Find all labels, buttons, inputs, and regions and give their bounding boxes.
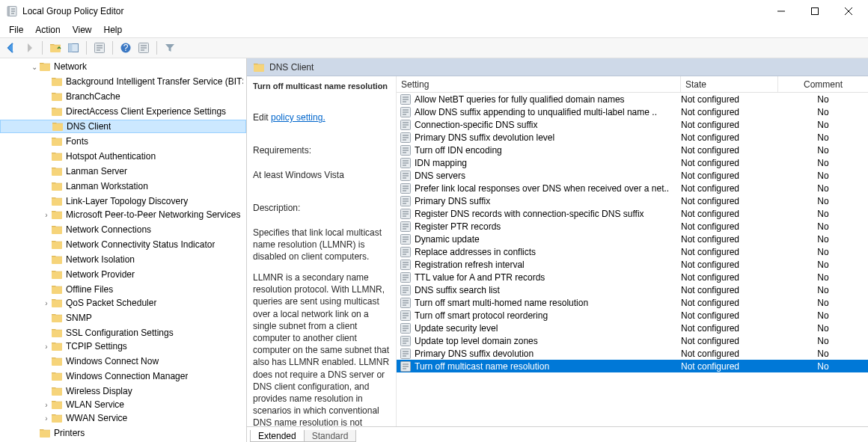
chevron-right-icon[interactable]: › — [42, 343, 51, 351]
list-item[interactable]: Primary DNS suffix devolutionNot configu… — [397, 347, 868, 360]
list-item[interactable]: Prefer link local responses over DNS whe… — [397, 182, 868, 194]
setting-comment: No — [778, 196, 868, 206]
folder-icon — [51, 209, 63, 221]
folder-icon — [51, 224, 63, 236]
tree-item[interactable]: ›Microsoft Peer-to-Peer Networking Servi… — [0, 208, 246, 221]
tab-standard[interactable]: Standard — [304, 430, 357, 442]
list-item[interactable]: Update security levelNot configuredNo — [397, 322, 868, 334]
tree-item[interactable]: SNMP — [0, 311, 246, 325]
column-comment[interactable]: Comment — [778, 76, 868, 92]
tree-item[interactable]: Hotspot Authentication — [0, 150, 246, 163]
forward-button[interactable] — [21, 40, 37, 56]
list-item[interactable]: Replace addresses in conflictsNot config… — [397, 245, 868, 258]
svg-rect-24 — [69, 44, 73, 52]
list-item[interactable]: TTL value for A and PTR recordsNot confi… — [397, 271, 868, 283]
tree-item[interactable]: DirectAccess Client Experience Settings — [0, 105, 246, 118]
list-item[interactable]: Allow NetBT queries for fully qualified … — [397, 93, 868, 105]
list-item[interactable]: Update top level domain zonesNot configu… — [397, 334, 868, 347]
setting-state: Not configured — [681, 336, 778, 346]
tree-item[interactable]: ⌄Network — [0, 60, 246, 73]
policy-icon — [400, 284, 412, 296]
folder-icon — [51, 340, 63, 352]
description-label: Description: — [253, 203, 300, 213]
column-state[interactable]: State — [681, 76, 778, 92]
list-item[interactable]: Turn off smart protocol reorderingNot co… — [397, 309, 868, 322]
chevron-right-icon[interactable]: › — [42, 211, 51, 219]
minimize-button[interactable] — [764, 0, 798, 22]
tree-item[interactable]: ›QoS Packet Scheduler — [0, 296, 246, 310]
tree-pane[interactable]: ⌄NetworkBackground Intelligent Transfer … — [0, 58, 247, 442]
list-item[interactable]: Turn off multicast name resolutionNot co… — [397, 360, 868, 372]
menu-action[interactable]: Action — [29, 22, 66, 37]
properties-button[interactable] — [91, 40, 108, 56]
menu-help[interactable]: Help — [98, 22, 129, 37]
chevron-right-icon[interactable]: › — [42, 414, 51, 423]
filter-button[interactable] — [162, 40, 178, 56]
tree-item[interactable]: Background Intelligent Transfer Service … — [0, 75, 246, 88]
tree-item[interactable]: Network Isolation — [0, 253, 246, 266]
list-item[interactable]: Primary DNS suffixNot configuredNo — [397, 194, 868, 207]
policy-icon — [400, 271, 412, 283]
tree-item[interactable]: Fonts — [0, 135, 246, 148]
window-title: Local Group Policy Editor — [22, 6, 123, 16]
chevron-down-icon[interactable]: ⌄ — [30, 63, 39, 71]
help-button[interactable]: ? — [117, 40, 134, 56]
list-item[interactable]: DNS serversNot configuredNo — [397, 169, 868, 182]
tree-item[interactable]: ›WWAN Service — [0, 411, 246, 425]
list-item[interactable]: DNS suffix search listNot configuredNo — [397, 283, 868, 296]
list-item[interactable]: IDN mappingNot configuredNo — [397, 156, 868, 169]
column-setting[interactable]: Setting — [397, 76, 681, 92]
tab-extended[interactable]: Extended — [250, 430, 305, 442]
chevron-right-icon[interactable]: › — [42, 299, 51, 307]
tree-item[interactable]: Network Connections — [0, 223, 246, 236]
close-button[interactable] — [831, 0, 865, 22]
tree-item[interactable]: Windows Connection Manager — [0, 369, 246, 383]
setting-comment: No — [778, 247, 868, 257]
setting-comment: No — [778, 272, 868, 283]
tree-item[interactable]: ›WLAN Service — [0, 398, 246, 411]
list-item[interactable]: Connection-specific DNS suffixNot config… — [397, 118, 868, 131]
tree-item[interactable]: SSL Configuration Settings — [0, 326, 246, 340]
list-item[interactable]: Dynamic updateNot configuredNo — [397, 233, 868, 245]
up-button[interactable] — [47, 40, 64, 56]
tree-item[interactable]: Network Connectivity Status Indicator — [0, 238, 246, 251]
folder-icon — [51, 297, 63, 309]
back-button[interactable] — [3, 40, 19, 56]
list-item[interactable]: Register DNS records with connection-spe… — [397, 207, 868, 220]
setting-state: Not configured — [681, 272, 778, 283]
export-button[interactable] — [135, 40, 152, 56]
menu-view[interactable]: View — [67, 22, 98, 37]
maximize-button[interactable] — [798, 0, 831, 22]
tree-item[interactable]: ›TCPIP Settings — [0, 340, 246, 353]
tree-item[interactable]: Network Provider — [0, 268, 246, 281]
list-item[interactable]: Register PTR recordsNot configuredNo — [397, 220, 868, 233]
setting-comment: No — [778, 285, 868, 295]
tree-item[interactable]: Link-Layer Topology Discovery — [0, 194, 246, 208]
show-hide-tree-button[interactable] — [65, 40, 82, 56]
list-item[interactable]: Turn off smart multi-homed name resoluti… — [397, 296, 868, 309]
edit-prefix: Edit — [253, 112, 271, 123]
list-item[interactable]: Primary DNS suffix devolution levelNot c… — [397, 131, 868, 144]
tree-item[interactable]: Lanman Workstation — [0, 179, 246, 193]
tree-item[interactable]: Offline Files — [0, 283, 246, 296]
list-item[interactable]: Allow DNS suffix appending to unqualifie… — [397, 105, 868, 118]
list-item[interactable]: Registration refresh intervalNot configu… — [397, 258, 868, 271]
tree-item[interactable]: Wireless Display — [0, 384, 246, 398]
tree-item[interactable]: Lanman Server — [0, 165, 246, 178]
setting-name: TTL value for A and PTR records — [415, 272, 681, 283]
setting-comment: No — [778, 298, 868, 308]
menu-file[interactable]: File — [3, 22, 29, 37]
list-item[interactable]: Turn off IDN encodingNot configuredNo — [397, 144, 868, 156]
tree-item[interactable]: DNS Client — [0, 120, 246, 133]
edit-policy-link[interactable]: policy setting. — [271, 112, 326, 123]
content-header: DNS Client — [247, 58, 868, 76]
tree-item[interactable]: Printers — [0, 426, 246, 440]
setting-name: Replace addresses in conflicts — [415, 247, 681, 257]
tree-item[interactable]: Windows Connect Now — [0, 354, 246, 368]
tree-item[interactable]: BranchCache — [0, 90, 246, 103]
setting-state: Not configured — [681, 361, 778, 372]
chevron-right-icon[interactable]: › — [42, 401, 51, 409]
tree-item-label: Lanman Workstation — [66, 181, 148, 191]
setting-name: Register PTR records — [415, 221, 681, 232]
setting-comment: No — [778, 209, 868, 219]
